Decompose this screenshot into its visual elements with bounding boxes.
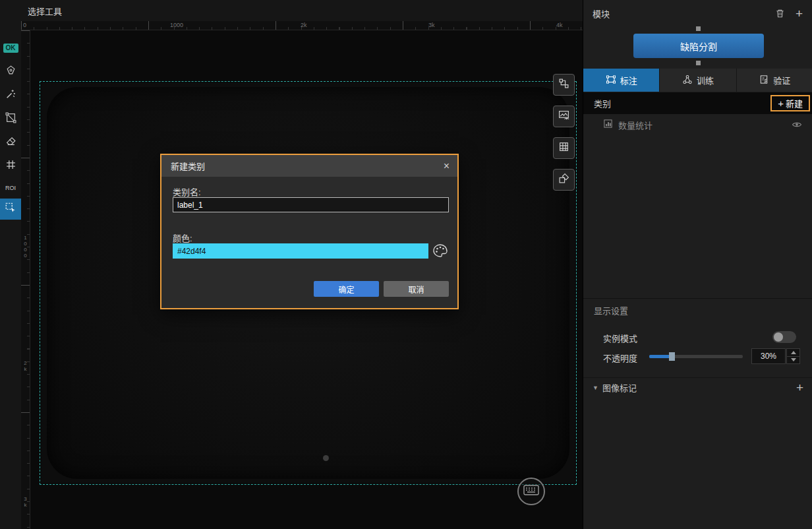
magic-wand-icon [5,88,16,102]
tab-label: 标注 [620,74,637,86]
grid-icon [5,159,16,173]
plus-icon: + [778,98,784,108]
module-tabs: 标注 训练 验证 [583,69,812,92]
spinner-up-button[interactable] [787,349,799,357]
instance-mode-label: 实例模式 [603,332,637,344]
opacity-spinner [786,348,800,364]
category-name-label: 类别名: [173,185,201,198]
spinner-down-button[interactable] [787,357,799,364]
tab-annotate[interactable]: 标注 [583,69,659,92]
toggle-knob [774,332,783,342]
train-tab-icon [682,75,693,86]
app-root: 选择工具 OK ROI 0 1000 2k 3k 4 [0,0,812,529]
horizontal-ruler: 0 1000 2k 3k 4k [21,21,583,30]
panel-divider [583,298,812,299]
opacity-value-field[interactable]: 30% [751,348,786,364]
ruler-tick: 4k [556,22,563,28]
top-bar: 选择工具 [21,0,583,21]
new-category-dialog: 新建类别 × 类别名: 颜色: 确定 取消 [160,154,459,309]
ruler-tick: 2k [301,22,307,28]
eraser-icon [5,135,16,149]
vertical-ruler: 1000 2k 3k [21,30,30,529]
new-category-button[interactable]: + 新建 [770,95,810,111]
annotate-tab-icon [606,75,616,86]
select-tool-button[interactable] [0,199,21,220]
opacity-slider-fill [649,355,672,358]
ruler-tick: 0 [23,22,26,28]
dialog-title-bar: 新建类别 × [161,155,457,177]
module-panel-title: 模块 [593,7,775,20]
tab-label: 验证 [773,74,790,86]
eye-icon[interactable] [792,119,802,131]
grid-view-tool-button[interactable] [553,137,575,159]
ruler-tick: 2k [22,360,28,372]
image-markers-row: ▼ 图像标记 + [583,377,812,397]
roi-label: ROI [5,185,16,191]
module-panel: 模块 + 缺陷分割 标注 训练 验证 类别 + 新建 [583,0,812,529]
shape-pen-tool-button[interactable] [553,169,575,191]
tab-train[interactable]: 训练 [660,69,736,92]
image-eye-icon [558,109,569,123]
down-arrow-icon [791,358,796,361]
module-connector-top [696,26,701,31]
grid-view-icon [558,141,569,155]
opacity-slider[interactable] [649,355,743,358]
ok-tool-button[interactable]: OK [0,38,21,58]
category-header-row: 类别 + 新建 [583,92,812,114]
current-tool-label: 选择工具 [28,5,62,17]
trash-icon[interactable] [775,9,785,18]
close-icon[interactable]: × [444,161,450,171]
module-connector-bottom [696,61,701,65]
validate-tab-icon [759,75,769,86]
new-category-button-label: 新建 [786,97,803,109]
pen-tool-button[interactable] [0,61,21,81]
category-label: 类别 [594,97,770,109]
magic-wand-button[interactable] [0,85,21,105]
color-label: 颜色: [173,232,192,244]
ruler-tick: 1000 [22,235,28,259]
shape-pen-icon [558,173,569,187]
image-view-tool-button[interactable] [553,106,575,127]
collapse-caret-icon[interactable]: ▼ [593,385,598,391]
confirm-button[interactable]: 确定 [314,281,379,297]
ruler-tick: 1000 [170,22,183,28]
ok-badge: OK [3,44,18,53]
vector-shape-icon [5,112,16,126]
dialog-title: 新建类别 [171,160,205,172]
up-arrow-icon [791,351,796,354]
image-markers-label: 图像标记 [602,381,796,394]
palette-icon[interactable] [432,242,449,259]
ruler-tick: 3k [22,496,28,508]
keyboard-icon [523,485,539,498]
pen-tool-icon [5,65,16,78]
category-name-input[interactable] [173,197,449,212]
quantity-stats-label: 数量统计 [618,119,792,131]
add-module-button[interactable]: + [796,7,803,20]
left-toolbar: OK ROI [0,0,21,529]
node-link-icon [558,78,569,92]
module-panel-header: 模块 + [583,0,812,26]
opacity-slider-handle[interactable] [669,352,675,361]
bar-chart-icon [603,119,613,131]
node-link-tool-button[interactable] [553,74,575,96]
display-settings-title: 显示设置 [594,304,628,317]
tab-label: 训练 [697,74,714,86]
tab-validate[interactable]: 验证 [737,69,812,92]
grid-tool-button[interactable] [0,156,21,175]
instance-mode-toggle[interactable] [772,331,796,343]
roi-tool-button[interactable]: ROI [0,178,21,198]
defect-segmentation-module-button[interactable]: 缺陷分割 [633,34,764,58]
eraser-button[interactable] [0,132,21,152]
quantity-stats-row[interactable]: 数量统计 [583,114,812,136]
opacity-label: 不透明度 [603,352,637,364]
color-value-input[interactable] [173,243,428,259]
ruler-tick: 3k [428,22,435,28]
cancel-button[interactable]: 取消 [384,281,449,297]
select-tool-icon [5,202,16,216]
add-marker-button[interactable]: + [796,381,803,394]
virtual-keyboard-button[interactable] [517,478,545,505]
vector-shape-button[interactable] [0,109,21,129]
